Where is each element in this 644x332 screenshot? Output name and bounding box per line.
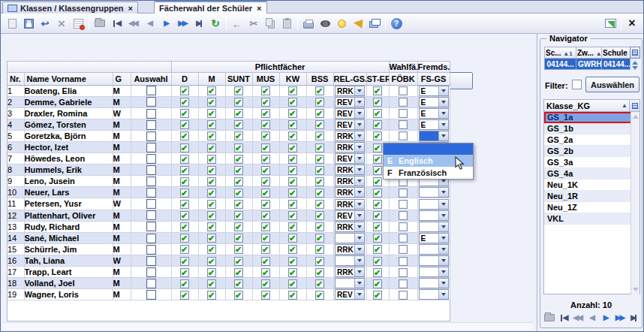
sunt-checkbox[interactable]	[234, 189, 243, 198]
auswahl-checkbox[interactable]	[146, 256, 156, 266]
bss-checkbox[interactable]	[315, 279, 324, 288]
fast-forward-button[interactable]	[614, 311, 626, 324]
bss-checkbox[interactable]	[315, 189, 324, 198]
d-checkbox[interactable]	[180, 211, 189, 220]
mus-checkbox[interactable]	[261, 234, 270, 243]
kw-checkbox[interactable]	[288, 155, 297, 164]
rel-gs-combobox[interactable]	[335, 233, 365, 243]
foebk-checkbox[interactable]	[399, 234, 408, 243]
fs-gs-combobox[interactable]	[419, 267, 449, 277]
chevron-down-icon[interactable]	[438, 120, 448, 129]
d-checkbox[interactable]	[180, 143, 189, 152]
mus-checkbox[interactable]	[261, 109, 270, 118]
kw-checkbox[interactable]	[288, 131, 297, 140]
spin-up-icon[interactable]	[632, 61, 638, 65]
bss-checkbox[interactable]	[315, 268, 324, 277]
kw-checkbox[interactable]	[288, 257, 297, 266]
column-header-sunt[interactable]: SUNT	[225, 72, 252, 85]
chevron-down-icon[interactable]	[354, 98, 364, 107]
export-button[interactable]	[317, 15, 333, 32]
fs-gs-combobox[interactable]: E	[419, 86, 449, 96]
auswahl-checkbox[interactable]	[146, 234, 156, 243]
bss-checkbox[interactable]	[315, 155, 324, 164]
st-er-checkbox[interactable]	[373, 189, 382, 198]
mus-checkbox[interactable]	[261, 86, 270, 95]
bss-checkbox[interactable]	[315, 222, 324, 231]
column-header-st-er[interactable]: ST-ER...	[366, 72, 389, 85]
m-checkbox[interactable]	[207, 200, 216, 209]
scroll-down-icon[interactable]	[633, 288, 639, 291]
auswahl-checkbox[interactable]	[146, 109, 156, 119]
rel-gs-combobox[interactable]: REV	[335, 289, 365, 300]
mus-checkbox[interactable]	[261, 177, 270, 186]
st-er-checkbox[interactable]	[373, 234, 382, 243]
refresh-button[interactable]	[207, 15, 224, 32]
auswahl-checkbox[interactable]	[146, 154, 156, 164]
detach-view-button[interactable]	[602, 15, 618, 32]
chevron-down-icon[interactable]	[438, 211, 448, 220]
d-checkbox[interactable]	[180, 86, 189, 95]
windows-button[interactable]	[366, 15, 383, 32]
class-list-header[interactable]: Klasse_KG ▲	[544, 100, 639, 112]
bss-checkbox[interactable]	[315, 200, 324, 209]
auswahl-checkbox[interactable]	[146, 199, 156, 209]
sunt-checkbox[interactable]	[234, 222, 243, 231]
bss-checkbox[interactable]	[315, 211, 324, 220]
sunt-checkbox[interactable]	[234, 279, 243, 288]
mus-checkbox[interactable]	[261, 268, 270, 277]
chevron-down-icon[interactable]	[438, 267, 448, 276]
kw-checkbox[interactable]	[288, 200, 297, 209]
chevron-down-icon[interactable]	[438, 245, 448, 254]
d-checkbox[interactable]	[180, 291, 189, 300]
column-header-kw[interactable]: KW	[279, 72, 306, 85]
d-checkbox[interactable]	[180, 166, 189, 175]
school-row[interactable]: 04144... GWRHS 04144...	[545, 59, 630, 70]
bss-checkbox[interactable]	[315, 177, 324, 186]
chevron-down-icon[interactable]	[354, 177, 364, 186]
m-checkbox[interactable]	[207, 268, 216, 277]
back-arrow-button[interactable]	[229, 15, 245, 32]
school-col-zw[interactable]: Zw... ▲2	[576, 47, 602, 59]
foebk-checkbox[interactable]	[399, 291, 408, 300]
st-er-checkbox[interactable]	[373, 291, 382, 300]
sunt-checkbox[interactable]	[234, 211, 243, 220]
m-checkbox[interactable]	[207, 131, 216, 140]
chevron-down-icon[interactable]	[354, 256, 364, 265]
kw-checkbox[interactable]	[288, 98, 297, 107]
sunt-checkbox[interactable]	[234, 200, 243, 209]
mus-checkbox[interactable]	[261, 211, 270, 220]
mus-checkbox[interactable]	[261, 155, 270, 164]
m-checkbox[interactable]	[207, 257, 216, 266]
class-list-item[interactable]: Neu_1R	[544, 191, 639, 202]
kw-checkbox[interactable]	[288, 120, 297, 129]
fs-gs-combobox[interactable]	[419, 187, 449, 198]
column-header-d[interactable]: D	[171, 72, 198, 85]
record-spinner[interactable]	[630, 59, 640, 71]
sunt-checkbox[interactable]	[234, 257, 243, 266]
st-er-checkbox[interactable]	[373, 86, 382, 95]
foebk-checkbox[interactable]	[399, 268, 408, 277]
d-checkbox[interactable]	[180, 177, 189, 186]
chevron-down-icon[interactable]	[354, 131, 364, 140]
d-checkbox[interactable]	[180, 131, 189, 140]
kw-checkbox[interactable]	[288, 211, 297, 220]
chevron-down-icon[interactable]	[354, 154, 364, 163]
foebk-checkbox[interactable]	[399, 279, 408, 288]
sunt-checkbox[interactable]	[234, 86, 243, 95]
auswahl-checkbox[interactable]	[146, 222, 156, 231]
scroll-up-icon[interactable]	[633, 115, 639, 119]
chevron-down-icon[interactable]	[354, 143, 364, 152]
d-checkbox[interactable]	[180, 109, 189, 118]
fs-gs-combobox[interactable]: E	[419, 97, 449, 107]
tab-close-icon[interactable]	[128, 4, 133, 13]
column-header-auswahl[interactable]: Auswahl	[131, 72, 171, 85]
rel-gs-combobox[interactable]	[335, 255, 365, 266]
fs-gs-combobox[interactable]	[419, 278, 449, 288]
m-checkbox[interactable]	[207, 86, 216, 95]
bss-checkbox[interactable]	[315, 245, 324, 254]
mus-checkbox[interactable]	[261, 245, 270, 254]
sunt-checkbox[interactable]	[234, 234, 243, 243]
mus-checkbox[interactable]	[261, 279, 270, 288]
column-header-nr[interactable]: Nr.▲	[8, 72, 24, 85]
foebk-checkbox[interactable]	[399, 189, 408, 198]
